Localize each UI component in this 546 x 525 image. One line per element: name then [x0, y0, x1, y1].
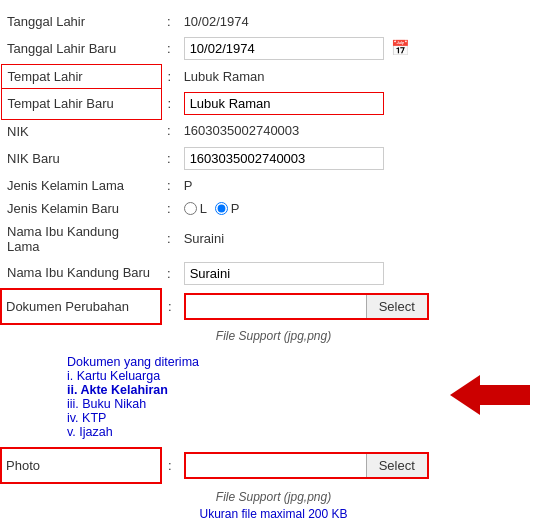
- tanggal-lahir-row: Tanggal Lahir : 10/02/1974: [1, 10, 546, 33]
- radio-p-text: P: [231, 201, 240, 216]
- nama-ibu-lama-label: Nama Ibu Kandung Lama: [1, 220, 161, 258]
- tanggal-lahir-baru-label: Tanggal Lahir Baru: [1, 33, 161, 64]
- tempat-lahir-label: Tempat Lahir: [1, 64, 161, 88]
- radio-p-label[interactable]: P: [215, 201, 240, 216]
- photo-row: Photo : Select: [1, 448, 546, 483]
- nama-ibu-baru-input[interactable]: [184, 262, 384, 285]
- nama-ibu-lama-value: Suraini: [178, 220, 546, 258]
- tanggal-lahir-baru-row: Tanggal Lahir Baru : 📅: [1, 33, 546, 64]
- nik-baru-label: NIK Baru: [1, 143, 161, 174]
- nik-baru-input[interactable]: [184, 147, 384, 170]
- tanggal-lahir-baru-input[interactable]: [184, 37, 384, 60]
- photo-select-button[interactable]: Select: [366, 454, 427, 477]
- jenis-kelamin-lama-row: Jenis Kelamin Lama : P: [1, 174, 546, 197]
- jenis-kelamin-lama-label: Jenis Kelamin Lama: [1, 174, 161, 197]
- nama-ibu-baru-label: Nama Ibu Kandung Baru: [1, 258, 161, 289]
- file-support-row: File Support (jpg,png): [1, 324, 546, 347]
- nik-row: NIK : 1603035002740003: [1, 119, 546, 143]
- radio-l-label[interactable]: L: [184, 201, 207, 216]
- photo-file-size-text: Ukuran file maximal 200 KB: [7, 506, 540, 522]
- radio-l[interactable]: [184, 202, 197, 215]
- dokumen-diterima-row: Dokumen yang diterima i. Kartu Keluarga …: [1, 347, 546, 448]
- file-support-text: File Support (jpg,png): [1, 324, 546, 347]
- dokumen-perubahan-input[interactable]: [186, 296, 366, 317]
- tempat-lahir-baru-row: Tempat Lahir Baru :: [1, 88, 546, 119]
- tempat-lahir-value: Lubuk Raman: [178, 64, 546, 88]
- dokumen-item-3: iii. Buku Nikah: [67, 397, 442, 411]
- nik-label: NIK: [1, 119, 161, 143]
- tempat-lahir-baru-input[interactable]: [184, 92, 384, 115]
- nama-ibu-lama-row: Nama Ibu Kandung Lama : Suraini: [1, 220, 546, 258]
- dokumen-select-button[interactable]: Select: [366, 295, 427, 318]
- jenis-kelamin-baru-label: Jenis Kelamin Baru: [1, 197, 161, 220]
- tanggal-lahir-value: 10/02/1974: [178, 10, 546, 33]
- dokumen-perubahan-row: Dokumen Perubahan : Select: [1, 289, 546, 324]
- photo-file-support-row: File Support (jpg,png) Ukuran file maxim…: [1, 483, 546, 526]
- dokumen-item-1: i. Kartu Keluarga: [67, 369, 442, 383]
- dokumen-item-2: ii. Akte Kelahiran: [67, 383, 442, 397]
- tempat-lahir-baru-label: Tempat Lahir Baru: [1, 88, 161, 119]
- photo-input[interactable]: [186, 455, 366, 476]
- svg-marker-0: [450, 375, 530, 415]
- photo-label: Photo: [1, 448, 161, 483]
- dokumen-item-4: iv. KTP: [67, 411, 442, 425]
- jenis-kelamin-baru-radio-group: L P: [184, 201, 540, 216]
- calendar-icon[interactable]: 📅: [391, 39, 410, 56]
- radio-l-text: L: [200, 201, 207, 216]
- dokumen-perubahan-label: Dokumen Perubahan: [1, 289, 161, 324]
- tanggal-lahir-label: Tanggal Lahir: [1, 10, 161, 33]
- dokumen-item-5: v. Ijazah: [67, 425, 442, 439]
- form-table: Tanggal Lahir : 10/02/1974 Tanggal Lahir…: [0, 10, 546, 525]
- jenis-kelamin-lama-value: P: [178, 174, 546, 197]
- dokumen-list: Dokumen yang diterima i. Kartu Keluarga …: [67, 355, 442, 439]
- nik-baru-row: NIK Baru :: [1, 143, 546, 174]
- photo-file-support-text: File Support (jpg,png): [7, 488, 540, 506]
- nik-value: 1603035002740003: [178, 119, 546, 143]
- radio-p[interactable]: [215, 202, 228, 215]
- red-arrow-icon: [450, 370, 530, 423]
- nama-ibu-baru-row: Nama Ibu Kandung Baru :: [1, 258, 546, 289]
- tempat-lahir-row: Tempat Lahir : Lubuk Raman: [1, 64, 546, 88]
- jenis-kelamin-baru-row: Jenis Kelamin Baru : L P: [1, 197, 546, 220]
- dokumen-diterima-title: Dokumen yang diterima: [67, 355, 442, 369]
